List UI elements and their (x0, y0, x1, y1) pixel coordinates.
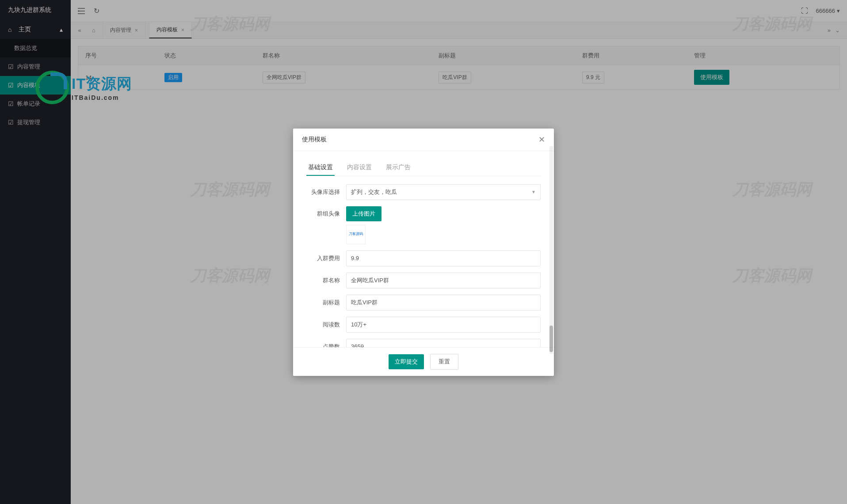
preview-text: 刀客源码 (349, 232, 363, 236)
subtitle-input[interactable] (346, 295, 541, 311)
scrollbar-thumb[interactable] (549, 326, 553, 352)
use-template-modal: 使用模板 ✕ 基础设置 内容设置 展示广告 头像库选择 扩列，交友，吃瓜 ▼ 群… (293, 129, 554, 376)
modal-scrollbar[interactable] (549, 146, 553, 354)
select-value: 扩列，交友，吃瓜 (351, 188, 397, 196)
reads-input[interactable] (346, 317, 541, 333)
avatar-preview: 刀客源码 (346, 225, 366, 244)
modal-tab-content[interactable]: 内容设置 (345, 160, 374, 176)
name-label: 群名称 (306, 277, 346, 284)
group-avatar-label: 群组头像 (306, 206, 346, 218)
reset-button[interactable]: 重置 (430, 354, 458, 370)
likes-label: 点赞数 (306, 343, 346, 347)
avatar-lib-label: 头像库选择 (306, 188, 346, 196)
subtitle-label: 副标题 (306, 299, 346, 307)
submit-button[interactable]: 立即提交 (389, 354, 424, 369)
group-name-input[interactable] (346, 273, 541, 288)
avatar-lib-select[interactable]: 扩列，交友，吃瓜 ▼ (346, 184, 541, 200)
fee-input[interactable] (346, 250, 541, 266)
upload-image-button[interactable]: 上传图片 (346, 206, 382, 221)
modal-tab-basic[interactable]: 基础设置 (306, 160, 335, 176)
modal-tab-ads[interactable]: 展示广告 (384, 160, 412, 176)
close-icon[interactable]: ✕ (538, 135, 545, 144)
reads-label: 阅读数 (306, 321, 346, 329)
fee-label: 入群费用 (306, 254, 346, 262)
likes-input[interactable] (346, 339, 541, 347)
modal-title: 使用模板 (302, 136, 327, 144)
chevron-down-icon: ▼ (531, 189, 536, 194)
modal-overlay: 使用模板 ✕ 基础设置 内容设置 展示广告 头像库选择 扩列，交友，吃瓜 ▼ 群… (0, 0, 847, 504)
